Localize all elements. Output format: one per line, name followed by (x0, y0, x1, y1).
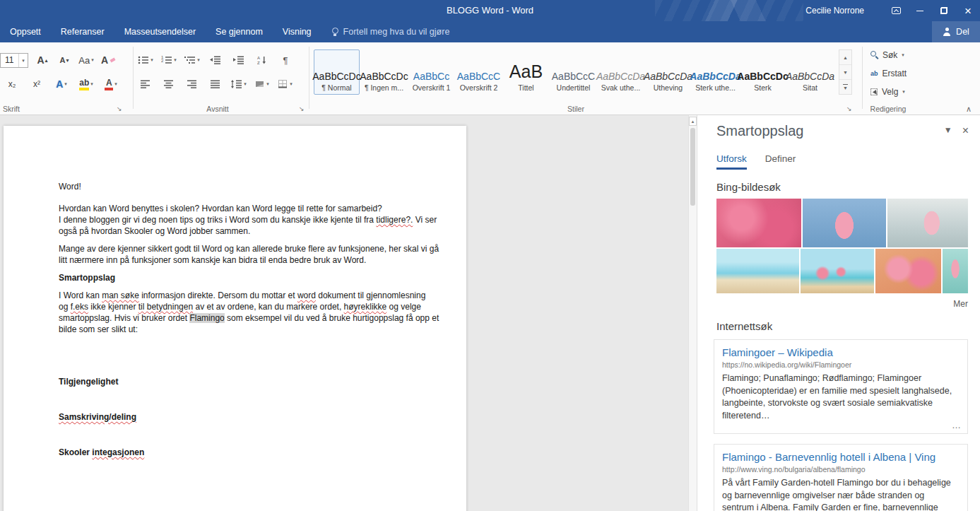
scroll-up-button[interactable]: ▲ (689, 117, 697, 126)
minimize-button[interactable] (908, 0, 932, 21)
align-left-icon (141, 80, 150, 88)
flamingo-closeup-image[interactable] (716, 199, 801, 247)
style-undertittel[interactable]: AaBbCcCUndertittel (550, 49, 596, 95)
find-label: Søk (882, 50, 897, 60)
text-run: Tilgjengelighet (59, 377, 118, 387)
styles-dialog-launcher[interactable]: ↘ (846, 105, 852, 112)
borders-icon (278, 80, 288, 88)
ribbon-display-options-icon (892, 7, 901, 14)
highlight-color-button[interactable]: ab▾ (78, 76, 94, 92)
style-name: Utheving (654, 83, 683, 92)
sort-icon: AZ (257, 56, 267, 64)
tab-visning[interactable]: Visning (273, 21, 321, 42)
close-icon: × (964, 5, 972, 17)
style-svak-uthe[interactable]: AaBbCcDaSvak uthe... (598, 49, 644, 95)
scrollbar-thumb[interactable] (690, 128, 695, 206)
beach-image[interactable] (716, 249, 799, 293)
subscript-button[interactable]: x₂ (4, 76, 20, 92)
multilevel-list-button[interactable]: ▾ (184, 52, 200, 68)
paragraph: Smartoppslag (59, 272, 458, 283)
styles-scroll-down-button[interactable]: ▼ (839, 65, 851, 80)
flamingo-flock-image[interactable] (875, 249, 941, 293)
close-icon: × (962, 124, 969, 136)
close-button[interactable]: × (956, 0, 980, 21)
vertical-scrollbar[interactable]: ▲ (688, 115, 697, 511)
tab-se-gjennom[interactable]: Se gjennom (206, 21, 273, 42)
paragraph: Samskriving/deling (59, 411, 458, 423)
tab-oppsett[interactable]: Oppsett (0, 21, 51, 42)
pane-tab-definer[interactable]: Definer (765, 153, 796, 170)
flamingo-pair-image[interactable] (943, 249, 968, 293)
restore-button[interactable] (932, 0, 956, 21)
style-preview: AaBbCcC (457, 54, 500, 82)
style-tittel[interactable]: AaBTittel (503, 49, 549, 95)
text-effects-button[interactable]: A▾ (54, 76, 69, 92)
justify-button[interactable] (208, 76, 223, 92)
styles-gallery-more-button[interactable]: ▼ (839, 80, 851, 94)
clear-formatting-button[interactable]: A (100, 52, 116, 68)
tell-me-box[interactable]: Fortell meg hva du vil gjøre (331, 21, 450, 42)
flamingo-portrait-image[interactable] (803, 199, 886, 247)
collapse-ribbon-button[interactable]: ∧ (966, 105, 972, 114)
align-center-button[interactable] (161, 76, 177, 92)
text-run: ikke kjenner (88, 302, 138, 312)
sort-button[interactable]: AZ (254, 52, 270, 68)
styles-group-label: Stiler (558, 105, 594, 113)
misspelled-word: Samskriving/deling (59, 412, 136, 422)
tab-masseutsendelser[interactable]: Masseutsendelser (114, 21, 206, 42)
result-title-link[interactable]: Flamingoer – Wikipedia (722, 346, 960, 358)
decrease-indent-button[interactable] (208, 52, 223, 68)
svg-text:Z: Z (257, 61, 260, 64)
share-button[interactable]: Del (932, 21, 980, 42)
style-sterk-uthe[interactable]: AaBbCcDaSterk uthe... (692, 49, 738, 95)
style-sitat[interactable]: AaBbCcDaSitat (787, 49, 833, 95)
text-run: og velge (386, 302, 421, 312)
pane-tab-utforsk[interactable]: Utforsk (716, 153, 747, 170)
paragraph-dialog-launcher[interactable]: ↘ (299, 105, 305, 112)
pane-menu-button[interactable]: ▼ (944, 125, 952, 135)
style-normal[interactable]: AaBbCcDc¶ Normal (314, 49, 360, 95)
font-color-button[interactable]: A▾ (103, 76, 119, 92)
ribbon-display-options-button[interactable] (884, 0, 908, 21)
grow-font-button[interactable]: A▴ (35, 52, 50, 68)
styles-scroll-up-button[interactable]: ▲ (839, 50, 851, 65)
decrease-indent-icon (210, 56, 221, 64)
increase-indent-button[interactable] (231, 52, 247, 68)
style-utheving[interactable]: AaBbCcDaUtheving (645, 49, 691, 95)
signed-in-user[interactable]: Cecilie Norrone (805, 6, 864, 16)
find-button[interactable]: Søk ▾ (870, 48, 907, 61)
pane-close-button[interactable]: × (962, 125, 969, 136)
style-ingen-m[interactable]: AaBbCcDc¶ Ingen m... (361, 49, 407, 95)
style-sterk[interactable]: AaBbCcDcSterk (740, 49, 786, 95)
style-name: Tittel (518, 83, 533, 92)
font-size-box[interactable]: 11 ▾ (0, 53, 28, 68)
style-overskrift-2[interactable]: AaBbCcCOverskrift 2 (456, 49, 502, 95)
paragraph-marks-button[interactable]: ¶ (278, 52, 293, 68)
document-page[interactable]: Word!Hvordan kan Word benyttes i skolen?… (4, 126, 466, 511)
superscript-button[interactable]: x² (29, 76, 45, 92)
style-name: Overskrift 1 (413, 83, 451, 92)
font-dialog-launcher[interactable]: ↘ (117, 105, 122, 112)
paragraph: Skooler integasjonen (59, 447, 458, 458)
shading-button[interactable]: ▾ (254, 76, 270, 92)
tab-referanser[interactable]: Referanser (51, 21, 114, 42)
line-spacing-button[interactable]: ▾ (231, 76, 247, 92)
numbering-button[interactable]: 12▾ (161, 52, 177, 68)
bullets-button[interactable]: ▾ (138, 52, 153, 68)
change-case-button[interactable]: Aa▾ (78, 52, 94, 68)
flamingo-water-image[interactable] (887, 199, 968, 247)
paragraph: Tilgjengelighet (59, 376, 458, 387)
images-more-link[interactable]: Mer (716, 299, 968, 309)
result-title-link[interactable]: Flamingo - Barnevennlig hotell i Albena … (722, 451, 960, 463)
shrink-font-button[interactable]: A▾ (57, 52, 72, 68)
flamingos-on-beach-image[interactable] (801, 249, 874, 293)
increase-indent-icon (233, 56, 244, 64)
select-button[interactable]: Velg ▾ (870, 85, 907, 98)
chevron-down-icon: ▼ (944, 125, 952, 135)
borders-button[interactable]: ▾ (278, 76, 293, 92)
align-left-button[interactable] (138, 76, 153, 92)
style-overskrift-1[interactable]: AaBbCcOverskrift 1 (408, 49, 454, 95)
replace-button[interactable]: ab Erstatt (870, 66, 907, 80)
chevron-down-icon: ▾ (902, 89, 905, 95)
align-right-button[interactable] (184, 76, 200, 92)
